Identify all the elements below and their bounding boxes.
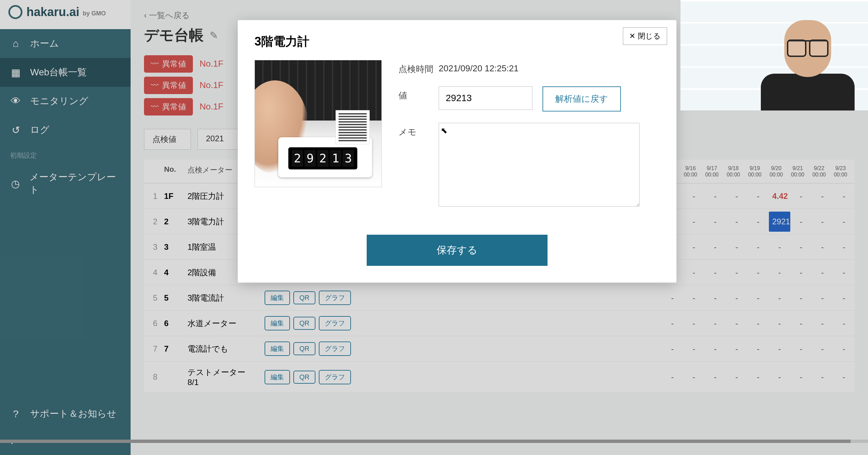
value-label: 値 (399, 86, 439, 101)
modal-close-button[interactable]: ✕ 閉じる (623, 28, 667, 45)
memo-textarea[interactable] (439, 123, 640, 206)
save-button[interactable]: 保存する (367, 235, 548, 266)
value-input[interactable] (439, 86, 532, 110)
time-label: 点検時間 (399, 60, 439, 75)
meter-photo: 29213 (254, 60, 382, 187)
edit-modal: ✕ 閉じる 3階電力計 29213 点検時間 2021/09/20 12:25:… (238, 20, 677, 283)
qr-code (336, 110, 369, 144)
modal-title: 3階電力計 (254, 33, 660, 50)
video-progress-bar[interactable] (0, 440, 868, 443)
close-icon: ✕ (629, 32, 635, 40)
memo-label: メモ (399, 123, 439, 138)
reset-analysis-button[interactable]: 解析値に戻す (542, 86, 621, 111)
presenter-pip (680, 0, 868, 110)
time-value: 2021/09/20 12:25:21 (439, 60, 519, 74)
